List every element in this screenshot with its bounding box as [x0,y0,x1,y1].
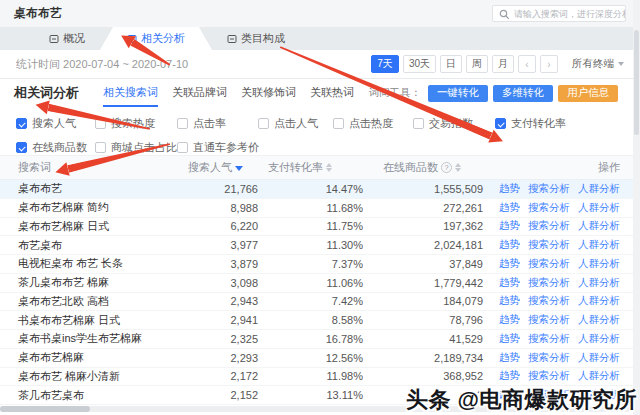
scrollbar-thumb[interactable] [634,30,639,135]
crowd-analysis-link[interactable]: 人群分析 [578,201,620,215]
one-key-convert-button[interactable]: 一键转化 [428,85,488,102]
category-tab-icon [227,34,237,44]
related-analysis-tab-icon [127,34,137,44]
tab-related-brand-words[interactable]: 关联品牌词 [172,85,227,101]
search-analysis-link[interactable]: 搜索分析 [528,201,570,215]
table-row[interactable]: 桌布布艺棉麻 2,293 12.56% 2,189,734 趋势搜索分析人群分析 [0,349,640,368]
trend-link[interactable]: 趋势 [499,201,520,215]
tab-related-hot-words[interactable]: 关联热词 [310,85,354,101]
search-analysis-link[interactable]: 搜索分析 [528,351,570,365]
period-prev-button[interactable]: ‹ [518,55,536,73]
keyword-cell: 电视柜桌布 布艺 长条 [0,256,185,271]
col-pay-conversion[interactable]: 支付转化率 [260,160,365,175]
user-info-button[interactable]: 用户信息 [558,85,618,102]
tab-overview[interactable]: 概况 [34,27,100,50]
sort-icon[interactable] [455,163,461,172]
table-row[interactable]: 桌布布艺 棉麻小清新 2,172 11.98% 368,952 趋势搜索分析人群… [0,368,640,387]
period-day-button[interactable]: 日 [440,55,462,73]
search-analysis-link[interactable]: 搜索分析 [528,257,570,271]
table-row[interactable]: 书桌布布艺棉麻 日式 2,941 8.58% 78,796 趋势搜索分析人群分析 [0,311,640,330]
vertical-scrollbar[interactable] [633,0,640,415]
table-row[interactable]: 桌布书桌ins学生布艺棉麻 2,325 16.78% 41,529 趋势搜索分析… [0,330,640,349]
search-analysis-link[interactable]: 搜索分析 [528,276,570,290]
crowd-analysis-link[interactable]: 人群分析 [578,219,620,233]
crowd-analysis-link[interactable]: 人群分析 [578,276,620,290]
search-analysis-link[interactable]: 搜索分析 [528,332,570,346]
crowd-analysis-link[interactable]: 人群分析 [578,294,620,308]
crowd-analysis-link[interactable]: 人群分析 [578,182,620,196]
section-title: 相关词分析 [14,84,79,102]
crowd-analysis-link[interactable]: 人群分析 [578,313,620,327]
col-keyword: 搜索词 [0,160,185,175]
trend-link[interactable]: 趋势 [499,351,520,365]
checkbox-ztc-reference-price[interactable]: 直通车参考价 [177,140,259,155]
tab-related-modifier-words[interactable]: 关联修饰词 [241,85,296,101]
checkbox-click-heat[interactable]: 点击热度 [333,116,393,131]
crowd-analysis-link[interactable]: 人群分析 [578,332,620,346]
search-analysis-link[interactable]: 搜索分析 [528,182,570,196]
scrollbar-thumb[interactable] [0,406,90,412]
checkbox-search-popularity[interactable]: 搜索人气 [16,116,76,131]
crowd-analysis-link[interactable]: 人群分析 [578,369,620,383]
word-tools-label: 词间工具： [369,86,422,100]
col-online-items[interactable]: 在线商品数 [365,160,485,175]
tab-related-search-words[interactable]: 相关搜索词 [103,85,158,101]
trend-link[interactable]: 趋势 [499,257,520,271]
trend-link[interactable]: 趋势 [499,238,520,252]
trend-link[interactable]: 趋势 [499,313,520,327]
table-row[interactable]: 茶几桌布布艺 棉麻 3,098 11.06% 1,779,442 趋势搜索分析人… [0,274,640,293]
search-analysis-link[interactable]: 搜索分析 [528,294,570,308]
trend-link[interactable]: 趋势 [499,369,520,383]
trend-link[interactable]: 趋势 [499,332,520,346]
crowd-analysis-link[interactable]: 人群分析 [578,351,620,365]
search-analysis-link[interactable]: 搜索分析 [528,369,570,383]
search-analysis-link[interactable]: 搜索分析 [528,313,570,327]
trend-link[interactable]: 趋势 [499,294,520,308]
table-header: 搜索词 搜索人气 支付转化率 在线商品数 操作 [0,155,640,180]
checkbox-pay-conversion-rate[interactable]: 支付转化率 [495,116,566,131]
period-next-button[interactable]: › [540,55,558,73]
checkbox-icon [258,118,269,129]
search-box[interactable] [492,5,626,22]
tab-related-analysis[interactable]: 相关分析 [100,27,212,50]
period-month-button[interactable]: 月 [492,55,514,73]
checkbox-search-heat[interactable]: 搜索热度 [95,116,155,131]
search-analysis-link[interactable]: 搜索分析 [528,219,570,233]
info-icon[interactable] [441,162,452,173]
multi-dim-convert-button[interactable]: 多维转化 [493,85,553,102]
tab-label: 相关分析 [141,31,185,46]
section-header: 相关词分析 相关搜索词 关联品牌词 关联修饰词 关联热词 词间工具： 一键转化 … [0,79,640,107]
table-row[interactable]: 桌布布艺 21,766 14.47% 1,555,509 趋势搜索分析人群分析 [0,180,640,199]
keyword-cell: 桌布布艺 棉麻小清新 [0,369,185,384]
trend-link[interactable]: 趋势 [499,276,520,290]
table-row[interactable]: 布艺桌布 3,977 11.30% 2,024,181 趋势搜索分析人群分析 [0,236,640,255]
checkbox-click-rate[interactable]: 点击率 [177,116,226,131]
search-analysis-link[interactable]: 搜索分析 [528,238,570,252]
sort-icon[interactable] [326,163,332,172]
table-row[interactable]: 电视柜桌布 布艺 长条 3,879 7.37% 37,849 趋势搜索分析人群分… [0,255,640,274]
tab-category-composition[interactable]: 类目构成 [212,27,300,50]
checkbox-mall-click-share[interactable]: 商城点击占比 [95,140,177,155]
tab-label: 概况 [63,31,85,46]
col-search-popularity[interactable]: 搜索人气 [185,160,260,175]
table-row[interactable]: 桌布布艺棉麻 简约 8,988 11.68% 272,261 趋势搜索分析人群分… [0,199,640,218]
checkbox-online-items[interactable]: 在线商品数 [16,140,87,155]
table-row[interactable]: 桌布布艺北欧 高档 2,943 7.42% 184,079 趋势搜索分析人群分析 [0,293,640,312]
keyword-cell: 茶几桌布布艺 棉麻 [0,275,185,290]
period-7d-button[interactable]: 7天 [371,55,399,73]
overview-tab-icon [49,34,59,44]
chevron-down-icon [618,62,624,66]
crowd-analysis-link[interactable]: 人群分析 [578,257,620,271]
trend-link[interactable]: 趋势 [499,182,520,196]
terminal-dropdown[interactable]: 所有终端 [572,57,624,71]
trend-link[interactable]: 趋势 [499,219,520,233]
search-input[interactable] [493,6,625,21]
table-row[interactable]: 桌布布艺棉麻 日式 6,220 11.75% 197,362 趋势搜索分析人群分… [0,218,640,237]
checkbox-transaction-index[interactable]: 交易指数 [413,116,473,131]
period-30d-button[interactable]: 30天 [403,55,436,73]
crowd-analysis-link[interactable]: 人群分析 [578,238,620,252]
checkbox-click-popularity[interactable]: 点击人气 [258,116,318,131]
sort-desc-icon[interactable] [235,166,243,171]
keyword-cell: 桌布布艺棉麻 简约 [0,200,185,215]
period-week-button[interactable]: 周 [466,55,488,73]
